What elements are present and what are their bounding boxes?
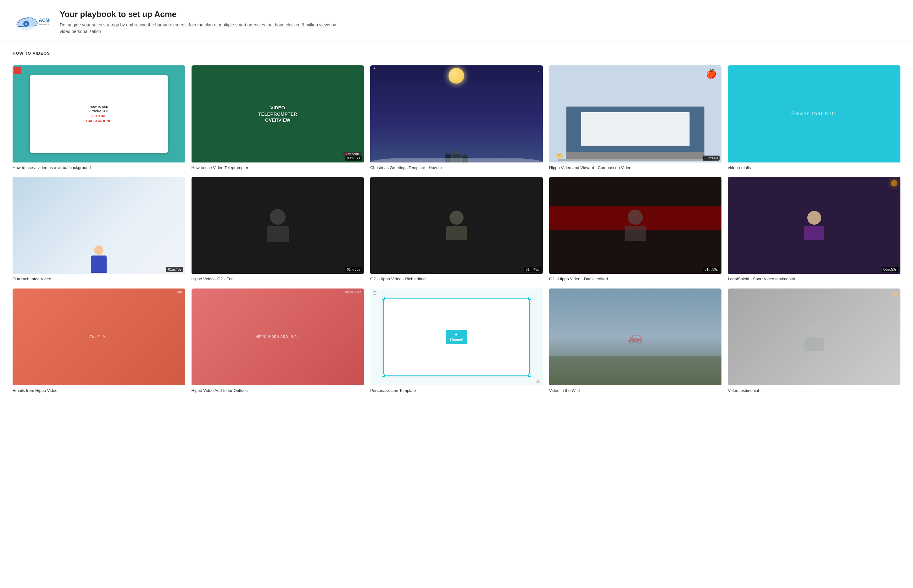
video-duration-9: 01m:59s [703, 267, 720, 272]
video-card-14[interactable]: 🚗 Video in the Wild [549, 289, 722, 394]
video-thumb-5: Emails that hold [728, 65, 900, 163]
how-to-videos-section: HOW TO VIDEOS HOW TO USEA VIDEO AS A VIR… [0, 42, 913, 403]
video-thumb-13: HI${name} [370, 289, 543, 386]
header-text-area: Your playbook to set up Acme Reimagine y… [60, 10, 900, 35]
video-card-12[interactable]: Hippo Video HIPPO VIDEO ADD-IN F... Hipp… [191, 289, 364, 394]
video-duration-2: 00m:37s [345, 155, 362, 161]
video-card-3[interactable]: ✦ ✦ [370, 65, 543, 171]
video-thumb-7: 01m:56s [191, 177, 364, 274]
page-title: Your playbook to set up Acme [60, 10, 900, 19]
video-card-8[interactable]: 01m:46s G2 - Hippo Video - Rich edited [370, 177, 543, 282]
video-duration-10: 00m:53s [882, 267, 898, 272]
svg-text:$: $ [26, 22, 28, 26]
video-grid: HOW TO USEA VIDEO AS A VIRTUAL BACKGROUN… [13, 65, 900, 394]
video-card-9[interactable]: 01m:59s G2 - Hippo Video - Daniel edited [549, 177, 722, 282]
video-thumb-11: Hippo Emails fr... [13, 289, 185, 386]
video-title-1: How to use a video as a virtual backgrou… [13, 165, 185, 171]
video-title-5: video-emails [728, 165, 900, 171]
video-card-10[interactable]: 00m:53s LegalShield - Short Video testim… [728, 177, 900, 282]
video-title-6: Outreach Integ Video [13, 276, 185, 282]
video-title-15: Video testimonial [728, 388, 900, 394]
video-title-8: G2 - Hippo Video - Rich edited [370, 276, 543, 282]
video-thumb-3: ✦ ✦ [370, 65, 543, 163]
logo-area: $ ACME Software Solutions [13, 10, 50, 35]
video-title-12: Hippo Video Add-In for Outlook [191, 388, 364, 394]
page-header: $ ACME Software Solutions Your playbook … [0, 0, 913, 42]
video-thumb-6: 01m:40s [13, 177, 185, 274]
video-thumb-14: 🚗 [549, 289, 722, 386]
video-title-13: Personalization Template [370, 388, 543, 394]
video-title-4: Hippo Video and Vidyard - Comparison Vid… [549, 165, 722, 171]
video-card-11[interactable]: Hippo Emails fr... Emails from Hippo Vid… [13, 289, 185, 394]
video-duration-7: 01m:56s [345, 267, 362, 272]
svg-text:ACME: ACME [39, 18, 50, 23]
video-title-10: LegalShield - Short Video testimonial [728, 276, 900, 282]
video-title-11: Emails from Hippo Video [13, 388, 185, 394]
video-thumb-2: VIDEOTELEPROMPTEROVERVIEW RECORD 00m:37s [191, 65, 364, 163]
video-thumb-8: 01m:46s [370, 177, 543, 274]
video-thumb-9: 01m:59s [549, 177, 722, 274]
video-thumb-12: Hippo Video HIPPO VIDEO ADD-IN F... [191, 289, 364, 386]
video-card-6[interactable]: 01m:40s Outreach Integ Video [13, 177, 185, 282]
video-card-15[interactable]: Video testimonial [728, 289, 900, 394]
video-thumb-10: 00m:53s [728, 177, 900, 274]
video-card-7[interactable]: 01m:56s Hippo Video - G2 - Erin [191, 177, 364, 282]
video-duration-8: 01m:46s [524, 267, 541, 272]
section-heading: HOW TO VIDEOS [13, 51, 900, 59]
video-thumb-4: 🍎 🤲 05m:06s [549, 65, 722, 163]
video-card-2[interactable]: VIDEOTELEPROMPTEROVERVIEW RECORD 00m:37s… [191, 65, 364, 171]
logo-svg: $ ACME Software Solutions [13, 10, 50, 35]
video-card-1[interactable]: HOW TO USEA VIDEO AS A VIRTUAL BACKGROUN… [13, 65, 185, 171]
video-title-7: Hippo Video - G2 - Erin [191, 276, 364, 282]
video-duration-6: 01m:40s [166, 267, 183, 272]
video-card-13[interactable]: HI${name} Personalization Template [370, 289, 543, 394]
video-title-9: G2 - Hippo Video - Daniel edited [549, 276, 722, 282]
svg-text:Software Solutions: Software Solutions [39, 23, 50, 25]
page-subtitle: Reimagine your sales strategy by embraci… [60, 22, 343, 35]
video-title-14: Video in the Wild [549, 388, 722, 394]
video-thumb-15 [728, 289, 900, 386]
video-title-3: Christmas Greetings Template - How-to [370, 165, 543, 171]
video-duration-4: 05m:06s [703, 155, 720, 161]
video-title-2: How to use Video Teleprompter [191, 165, 364, 171]
video-thumb-1: HOW TO USEA VIDEO AS A VIRTUAL BACKGROUN… [13, 65, 185, 163]
video-card-4[interactable]: 🍎 🤲 05m:06s Hippo Video and Vidyard - Co… [549, 65, 722, 171]
video-card-5[interactable]: Emails that hold video-emails [728, 65, 900, 171]
